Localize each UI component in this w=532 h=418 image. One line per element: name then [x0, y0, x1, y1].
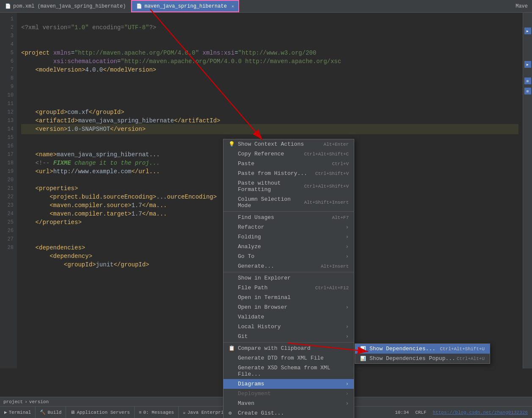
- menu-compare-clipboard[interactable]: 📋 Compare with Clipboard: [223, 343, 354, 353]
- menu-diagrams[interactable]: Diagrams ›: [223, 379, 354, 389]
- tab-build[interactable]: 🔨 Build: [36, 407, 66, 418]
- menu-label: Create Gist...: [238, 410, 349, 416]
- build-label: Build: [47, 410, 61, 415]
- breadcrumb-version: version: [29, 399, 49, 404]
- menu-find-usages[interactable]: Find Usages Alt+F7: [223, 213, 354, 222]
- maven-panel-label: Mave: [511, 3, 532, 9]
- menu-paste-no-format[interactable]: Paste without Formatting Ctrl+Alt+Shift+…: [223, 178, 354, 194]
- submenu-arrow: ›: [345, 224, 349, 230]
- submenu-arrow: ›: [345, 333, 349, 340]
- app-servers-label: Application Servers: [77, 410, 130, 415]
- right-btn-2[interactable]: ▶: [524, 61, 531, 68]
- line-numbers: 1 2 3 4 5 6 7 8 9 10 11 12 13 14 15 16 1…: [0, 13, 17, 368]
- menu-refactor[interactable]: Refactor ›: [223, 222, 354, 232]
- tab-pom-xml[interactable]: 📄 pom.xml (maven_java_spring_hibernate): [0, 0, 131, 12]
- menu-label: Go To: [238, 253, 345, 260]
- tab-icon-2: 📄: [136, 3, 142, 9]
- menu-paste-history[interactable]: Paste from History... Ctrl+Shift+V: [223, 169, 354, 178]
- tab-app-servers[interactable]: 🖥 Application Servers: [66, 407, 134, 418]
- menu-copy-reference[interactable]: Copy Reference Ctrl+Alt+Shift+C: [223, 149, 354, 159]
- url-display: https://blog.csdn.net/zhang0132326: [433, 410, 528, 415]
- menu-paste[interactable]: Paste Ctrl+V: [223, 159, 354, 169]
- menu-label: Folding: [238, 234, 345, 240]
- submenu-arrow: ›: [345, 381, 349, 387]
- menu-validate[interactable]: Validate: [223, 312, 354, 322]
- menu-local-history[interactable]: Local History ›: [223, 322, 354, 332]
- messages-label: 0: Messages: [143, 410, 174, 415]
- menu-shortcut: Ctrl+Alt+Shift+C: [304, 152, 349, 157]
- menu-label: Show Context Actions: [238, 141, 324, 147]
- menu-open-terminal[interactable]: Open in Terminal: [223, 293, 354, 302]
- menu-show-context-actions[interactable]: 💡 Show Context Actions Alt+Enter: [223, 139, 354, 149]
- menu-shortcut: Alt+F7: [332, 215, 349, 220]
- menu-folding[interactable]: Folding ›: [223, 232, 354, 242]
- submenu-label: Show Dependencies...: [369, 346, 440, 352]
- menu-label: File Path: [238, 285, 315, 291]
- menu-show-explorer[interactable]: Show in Explorer: [223, 273, 354, 283]
- menu-label: Compare with Clipboard: [238, 345, 349, 352]
- menu-label: Copy Reference: [238, 151, 304, 157]
- submenu-arrow: ›: [345, 234, 349, 240]
- tab-label-2: maven_java_spring_hibernate: [144, 3, 226, 9]
- messages-icon: ≡: [139, 410, 142, 415]
- tab-messages[interactable]: ≡ 0: Messages: [135, 407, 179, 418]
- menu-file-path[interactable]: File Path Ctrl+Alt+F12: [223, 283, 354, 293]
- menu-label: Paste: [238, 161, 332, 167]
- tab-terminal[interactable]: ▶ Terminal: [0, 407, 36, 418]
- tab-close-btn[interactable]: ✕: [232, 4, 234, 9]
- submenu-arrow: ›: [345, 304, 349, 310]
- time-display: 10:34: [395, 410, 409, 415]
- encoding-display: CRLF: [415, 410, 426, 415]
- menu-create-gist[interactable]: ⚙ Create Gist...: [223, 408, 354, 418]
- menu-label: Open in Browser: [238, 304, 345, 310]
- breadcrumb-project: project: [3, 399, 23, 404]
- menu-shortcut: Ctrl+Alt+F12: [315, 285, 349, 291]
- right-panel: ▶ ▶ ⊞ ⊞: [523, 13, 532, 368]
- menu-label: Deployment: [238, 390, 345, 397]
- terminal-label: Terminal: [9, 410, 31, 415]
- menu-label: Refactor: [238, 224, 345, 230]
- submenu-show-dependencies-popup[interactable]: 📊 Show Dependencies Popup... Ctrl+Alt+U: [355, 354, 490, 363]
- diagram-icon: 📊: [360, 346, 367, 352]
- bulb-icon: 💡: [229, 141, 235, 147]
- menu-label: Find Usages: [238, 214, 332, 221]
- menu-deployment[interactable]: Deployment ›: [223, 389, 354, 399]
- menu-label: Column Selection Mode: [238, 196, 304, 209]
- diagram-icon-2: 📊: [360, 356, 367, 361]
- menu-analyze[interactable]: Analyze ›: [223, 242, 354, 252]
- submenu-label-2: Show Dependencies Popup...: [369, 355, 457, 362]
- terminal-icon: ▶: [4, 410, 7, 415]
- menu-generate-dtd[interactable]: Generate DTD from XML File: [223, 353, 354, 363]
- menu-shortcut: Ctrl+V: [332, 161, 349, 166]
- menu-label: Generate XSD Schema from XML File...: [238, 365, 349, 377]
- separator-3: [223, 342, 354, 343]
- menu-open-browser[interactable]: Open in Browser ›: [223, 302, 354, 312]
- menu-label: Open in Terminal: [238, 294, 349, 301]
- submenu-arrow: ›: [345, 390, 349, 397]
- menu-label: Maven: [238, 400, 345, 407]
- menu-label: Paste without Formatting: [238, 180, 304, 193]
- submenu-shortcut: Ctrl+Alt+Shift+U: [440, 346, 485, 352]
- menu-goto[interactable]: Go To ›: [223, 252, 354, 261]
- menu-label: Analyze: [238, 244, 345, 250]
- menu-column-selection[interactable]: Column Selection Mode Alt+Shift+Insert: [223, 194, 354, 210]
- submenu-arrow: ›: [345, 244, 349, 250]
- right-btn-3[interactable]: ⊞: [524, 78, 531, 84]
- menu-shortcut: Ctrl+Shift+V: [315, 171, 349, 176]
- menu-generate[interactable]: Generate... Alt+Insert: [223, 261, 354, 271]
- menu-label: Generate...: [238, 263, 321, 269]
- menu-maven[interactable]: Maven ›: [223, 399, 354, 408]
- build-icon: 🔨: [40, 410, 46, 415]
- tab-bar: 📄 pom.xml (maven_java_spring_hibernate) …: [0, 0, 532, 13]
- right-btn-4[interactable]: ⊞: [524, 88, 531, 94]
- right-btn-1[interactable]: ▶: [524, 28, 531, 34]
- menu-git[interactable]: Git ›: [223, 332, 354, 341]
- menu-label: Validate: [238, 314, 349, 320]
- menu-shortcut: Alt+Shift+Insert: [304, 200, 349, 205]
- submenu-show-dependencies[interactable]: 📊 Show Dependencies... Ctrl+Alt+Shift+U: [355, 344, 490, 354]
- menu-generate-xsd[interactable]: Generate XSD Schema from XML File...: [223, 363, 354, 379]
- menu-label: Git: [238, 333, 345, 340]
- submenu-arrow: ›: [345, 253, 349, 260]
- tab-maven-active[interactable]: 📄 maven_java_spring_hibernate ✕: [131, 0, 239, 12]
- status-time-encoding: 10:34 CRLF https://blog.csdn.net/zhang01…: [391, 410, 532, 415]
